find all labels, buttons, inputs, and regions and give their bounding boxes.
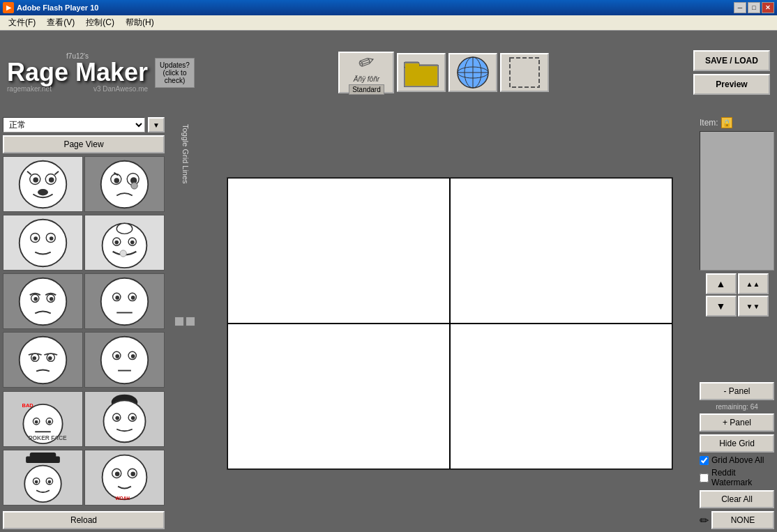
comic-panel-1[interactable] [227, 178, 450, 324]
plus-panel-button[interactable]: + Panel [700, 413, 774, 432]
nav-up-row: ▲ ▲▲ [706, 273, 769, 294]
menu-control[interactable]: 控制(C) [80, 15, 120, 30]
none-btn-row: ✏ NONE [700, 511, 774, 529]
nav-buttons: ▲ ▲▲ ▼ ▼▼ [700, 273, 774, 317]
svg-point-39 [101, 278, 149, 326]
reload-button[interactable]: Reload [3, 511, 165, 529]
toolbar: ✏ Äñÿ fôñr Standard [202, 52, 686, 93]
logo-site: ragemaker.net [7, 85, 52, 93]
move-up-top-button[interactable]: ▲▲ [738, 273, 769, 294]
svg-point-75 [35, 480, 38, 484]
app-title: Adobe Flash Player 10 [17, 3, 98, 12]
svg-point-26 [50, 236, 54, 241]
preview-button[interactable]: Preview [693, 74, 770, 95]
sprite-cell-blank[interactable] [84, 273, 165, 329]
grid-above-label[interactable]: Grid Above All [711, 455, 764, 465]
svg-point-16 [101, 160, 149, 208]
clear-all-button[interactable]: Clear All [700, 490, 774, 508]
move-up-button[interactable]: ▲ [706, 273, 737, 294]
resize-handle-1[interactable] [174, 317, 184, 326]
updates-sub2: check) [160, 77, 190, 84]
move-down-button[interactable]: ▼ [706, 296, 737, 317]
text-tool-button[interactable]: ✏ Äñÿ fôñr Standard [338, 52, 394, 93]
minus-panel-button[interactable]: - Panel [700, 382, 774, 400]
svg-point-25 [33, 236, 38, 241]
svg-point-54 [131, 354, 135, 358]
reddit-watermark-label[interactable]: Reddit Watermark [711, 468, 774, 487]
svg-point-19 [114, 178, 120, 183]
logo-version: v3 DanAweso.me [93, 85, 148, 93]
menu-file[interactable]: 文件(F) [3, 15, 41, 30]
sprite-cell-hat[interactable] [3, 450, 83, 506]
sprite-cell-bored[interactable] [3, 332, 83, 388]
sprite-cell-mustache[interactable] [84, 391, 165, 447]
minimize-button[interactable]: ─ [734, 2, 746, 13]
title-bar: ▶ Adobe Flash Player 10 ─ □ ✕ [0, 0, 777, 15]
svg-rect-3 [405, 63, 419, 69]
svg-point-49 [48, 356, 52, 360]
svg-point-61 [48, 420, 52, 424]
lock-icon: 🔒 [721, 117, 732, 128]
sprite-cell-misc2[interactable]: WOAH [84, 450, 165, 506]
page-view-button[interactable]: Page View [3, 135, 165, 153]
remaining-text: remaining: 64 [700, 403, 774, 411]
sprite-cell-straight[interactable] [84, 332, 165, 388]
sprite-cell-derp[interactable] [84, 156, 165, 212]
svg-point-69 [131, 416, 135, 420]
sprite-cell-troll[interactable] [84, 215, 165, 271]
item-preview [700, 131, 774, 271]
hide-grid-button[interactable]: Hide Grid [700, 434, 774, 453]
svg-point-10 [20, 160, 67, 208]
dropdown-arrow[interactable]: ▼ [148, 117, 165, 132]
comic-panel-4[interactable] [450, 324, 672, 469]
eraser-icon[interactable]: ✏ [700, 514, 709, 527]
category-select[interactable]: 正常 [3, 117, 145, 132]
comic-panel-2[interactable] [450, 178, 672, 324]
svg-rect-9 [510, 58, 539, 87]
svg-point-72 [24, 466, 61, 503]
svg-point-43 [131, 296, 135, 300]
reddit-watermark-row: Reddit Watermark [700, 468, 774, 487]
comic-panel-3[interactable] [227, 324, 450, 469]
save-load-button[interactable]: SAVE / LOAD [693, 50, 770, 71]
selection-tool-button[interactable] [500, 53, 549, 92]
svg-point-77 [103, 455, 147, 500]
close-button[interactable]: ✕ [762, 2, 774, 13]
canvas-area[interactable] [202, 114, 697, 532]
toggle-grid-button[interactable]: Toggle Grid Lines [176, 121, 193, 187]
item-label-row: Item: 🔒 [700, 117, 774, 128]
globe-tool-button[interactable] [448, 53, 497, 92]
right-bottom: - Panel remaining: 64 + Panel Hide Grid … [700, 382, 774, 529]
svg-rect-2 [405, 66, 437, 86]
svg-point-34 [20, 278, 67, 326]
menu-help[interactable]: 帮助(H) [120, 15, 160, 30]
svg-point-37 [33, 297, 38, 301]
sprite-cell-poker[interactable]: BAD POKER FACE [3, 391, 83, 447]
svg-point-68 [115, 416, 119, 420]
reddit-watermark-checkbox[interactable] [700, 473, 709, 482]
toggle-area: Toggle Grid Lines [167, 114, 202, 532]
none-button[interactable]: NONE [711, 511, 774, 529]
updates-box[interactable]: Updates? (click to check) [155, 58, 195, 88]
maximize-button[interactable]: □ [748, 2, 760, 13]
resize-handle-2[interactable] [186, 317, 195, 326]
sprite-cell-disgust[interactable] [3, 273, 83, 329]
globe-icon [455, 55, 490, 90]
comic-canvas [227, 177, 673, 470]
category-row: 正常 ▼ [3, 117, 165, 132]
logo-bottom-row: ragemaker.net v3 DanAweso.me [7, 85, 148, 93]
move-down-bottom-button[interactable]: ▼▼ [738, 296, 769, 317]
font-name-label: Äñÿ fôñr [354, 75, 379, 83]
grid-above-row: Grid Above All [700, 455, 774, 465]
sprite-cell-okay[interactable] [3, 215, 83, 271]
app-icon: ▶ [3, 2, 14, 13]
grid-above-checkbox[interactable] [700, 456, 709, 465]
svg-point-31 [114, 240, 119, 244]
svg-point-53 [115, 354, 119, 358]
svg-point-81 [130, 472, 135, 477]
title-bar-controls[interactable]: ─ □ ✕ [734, 2, 774, 13]
svg-point-22 [20, 219, 67, 266]
folder-tool-button[interactable] [397, 53, 446, 92]
sprite-cell-rage[interactable] [3, 156, 83, 212]
menu-view[interactable]: 查看(V) [41, 15, 80, 30]
